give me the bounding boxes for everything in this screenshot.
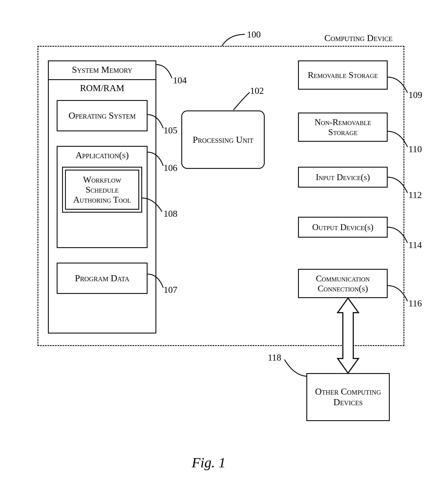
figure-caption: Fig. 1 [192, 454, 226, 471]
leader-118 [283, 358, 306, 377]
leader-107 [147, 272, 164, 289]
ref-104: 104 [173, 75, 187, 86]
workflow-tool-inner: Workflow Schedule Authoring Tool [65, 170, 139, 210]
input-devices-label: Input Device(s) [316, 172, 370, 182]
leader-104 [156, 63, 173, 79]
operating-system-label: Operating System [69, 110, 136, 121]
operating-system-box: Operating System [57, 100, 147, 131]
program-data-box: Program Data [57, 263, 147, 294]
computing-device-label: Computing Device [315, 33, 402, 44]
ref-100: 100 [247, 29, 261, 40]
system-memory-divider [49, 79, 155, 80]
text: Computing Device [325, 33, 393, 43]
leader-114 [388, 225, 409, 244]
ref-116: 116 [409, 298, 422, 309]
leader-106 [147, 150, 164, 167]
ref-107: 107 [164, 284, 177, 295]
ref-114: 114 [409, 240, 422, 250]
leader-109 [388, 75, 409, 94]
removable-storage-box: Removable Storage [298, 60, 388, 90]
double-arrow-icon [334, 298, 363, 373]
leader-108 [142, 196, 163, 213]
ref-110: 110 [409, 144, 422, 155]
other-devices-label: Other Computing Devices [307, 386, 389, 407]
removable-storage-label: Removable Storage [308, 70, 378, 80]
ref-105: 105 [164, 125, 177, 136]
input-devices-box: Input Device(s) [298, 167, 388, 188]
leader-116 [388, 284, 409, 302]
non-removable-storage-box: Non-Removable Storage [298, 113, 388, 142]
leader-112 [388, 175, 409, 194]
leader-100 [221, 32, 246, 47]
leader-110 [388, 129, 409, 148]
processing-unit-label: Processing Unit [192, 134, 253, 145]
text: System Memory [72, 65, 132, 75]
rom-ram-label: ROM/RAM [48, 83, 156, 94]
leader-105 [147, 113, 164, 129]
applications-label: Application(s) [57, 150, 147, 161]
output-devices-label: Output Device(s) [312, 222, 373, 232]
svg-marker-0 [338, 298, 358, 373]
ref-109: 109 [409, 90, 422, 100]
ref-118: 118 [268, 352, 281, 363]
ref-112: 112 [409, 190, 422, 200]
ref-106: 106 [164, 163, 177, 173]
system-memory-label: System Memory [48, 65, 156, 75]
leader-102 [233, 91, 250, 111]
text: ROM/RAM [80, 83, 124, 93]
ref-102: 102 [250, 85, 264, 96]
ref-108: 108 [164, 208, 177, 219]
output-devices-box: Output Device(s) [298, 217, 388, 238]
workflow-tool-label: Workflow Schedule Authoring Tool [66, 175, 138, 205]
non-removable-storage-label: Non-Removable Storage [299, 117, 387, 137]
other-devices-box: Other Computing Devices [306, 373, 390, 421]
processing-unit-box: Processing Unit [181, 110, 265, 169]
communication-label: Communication Connection(s) [299, 274, 387, 294]
program-data-label: Program Data [75, 273, 129, 284]
text: Application(s) [75, 150, 129, 160]
communication-box: Communication Connection(s) [298, 269, 388, 298]
